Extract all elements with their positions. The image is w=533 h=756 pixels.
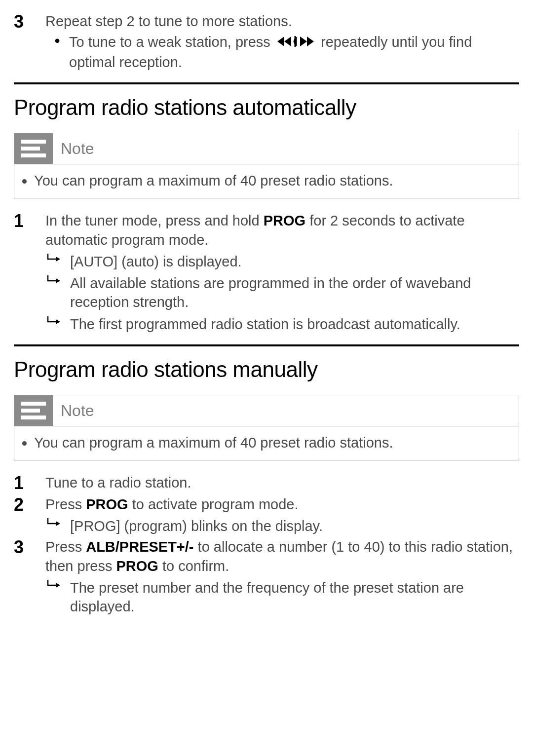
- note-body: You can program a maximum of 40 preset r…: [14, 426, 519, 460]
- svg-marker-7: [56, 278, 60, 283]
- result-row: All available stations are programmed in…: [45, 274, 519, 312]
- step-number: 1: [14, 211, 26, 231]
- rewind-forward-icon: [274, 34, 317, 52]
- result-text: All available stations are programmed in…: [70, 274, 519, 312]
- manual-step-1: 1 Tune to a radio station.: [14, 473, 519, 493]
- step-text: Repeat step 2 to tune to more stations.: [45, 13, 292, 29]
- bullet-pre: To tune to a weak station, press: [69, 34, 274, 50]
- svg-marker-6: [56, 257, 60, 262]
- manual-step-3: 3 Press ALB/PRESET+/- to allocate a numb…: [14, 537, 519, 616]
- note-label: Note: [61, 400, 94, 421]
- note-box-manual: Note You can program a maximum of 40 pre…: [14, 395, 519, 460]
- step-3-tune-more: 3 Repeat step 2 to tune to more stations…: [14, 12, 519, 72]
- prog-button-label: PROG: [116, 558, 158, 574]
- step-number: 3: [14, 537, 26, 557]
- result-row: The preset number and the frequency of t…: [45, 578, 519, 616]
- svg-marker-8: [56, 319, 60, 324]
- step-body: Tune to a radio station.: [45, 473, 519, 492]
- note-label: Note: [61, 138, 94, 159]
- result-text: [AUTO] (auto) is displayed.: [70, 252, 519, 271]
- note-header: Note: [14, 133, 519, 164]
- result-arrow-icon: [45, 252, 70, 264]
- result-row: The first programmed radio station is br…: [45, 315, 519, 334]
- note-icon: [14, 395, 53, 426]
- step-body: Press ALB/PRESET+/- to allocate a number…: [45, 537, 519, 616]
- manual-step-2: 2 Press PROG to activate program mode. […: [14, 495, 519, 536]
- text-post: to activate program mode.: [128, 496, 299, 512]
- step-body: In the tuner mode, press and hold PROG f…: [45, 211, 519, 334]
- step-body: Press PROG to activate program mode. [PR…: [45, 495, 519, 536]
- note-box-auto: Note You can program a maximum of 40 pre…: [14, 133, 519, 198]
- text-pre: Press: [45, 496, 86, 512]
- note-header: Note: [14, 395, 519, 426]
- bullet-text: To tune to a weak station, press repeate…: [69, 33, 519, 72]
- text-pre: In the tuner mode, press and hold: [45, 213, 264, 228]
- result-text: The preset number and the frequency of t…: [70, 578, 519, 616]
- note-icon: [14, 133, 53, 164]
- result-row: [PROG] (program) blinks on the display.: [45, 517, 519, 535]
- heading-program-auto: Program radio stations automatically: [14, 93, 519, 122]
- bullet-dot-icon: •: [45, 33, 69, 48]
- result-arrow-icon: [45, 274, 70, 286]
- alb-preset-button-label: ALB/PRESET+/-: [86, 539, 193, 555]
- result-arrow-icon: [45, 517, 70, 529]
- note-body: You can program a maximum of 40 preset r…: [14, 164, 519, 198]
- svg-marker-1: [277, 37, 284, 46]
- auto-step-1: 1 In the tuner mode, press and hold PROG…: [14, 211, 519, 334]
- svg-marker-10: [56, 583, 60, 588]
- result-text: [PROG] (program) blinks on the display.: [70, 517, 519, 535]
- result-text: The first programmed radio station is br…: [70, 315, 519, 334]
- text-post: to confirm.: [158, 558, 229, 574]
- divider: [14, 344, 519, 346]
- result-row: [AUTO] (auto) is displayed.: [45, 252, 519, 271]
- note-item: You can program a maximum of 40 preset r…: [34, 433, 509, 452]
- sub-bullet: • To tune to a weak station, press repea…: [45, 33, 519, 72]
- text-pre: Press: [45, 539, 86, 555]
- svg-marker-5: [307, 37, 314, 46]
- result-arrow-icon: [45, 578, 70, 590]
- prog-button-label: PROG: [264, 213, 305, 228]
- prog-button-label: PROG: [86, 496, 128, 512]
- svg-marker-4: [300, 37, 307, 46]
- svg-marker-9: [56, 521, 60, 526]
- divider: [14, 82, 519, 84]
- svg-marker-0: [284, 37, 291, 46]
- step-number: 3: [14, 12, 26, 32]
- heading-program-manual: Program radio stations manually: [14, 355, 519, 384]
- step-text: Tune to a radio station.: [45, 475, 191, 491]
- step-body: Repeat step 2 to tune to more stations. …: [45, 12, 519, 72]
- step-number: 2: [14, 495, 26, 515]
- note-item: You can program a maximum of 40 preset r…: [34, 171, 509, 190]
- step-number: 1: [14, 473, 26, 493]
- result-arrow-icon: [45, 315, 70, 327]
